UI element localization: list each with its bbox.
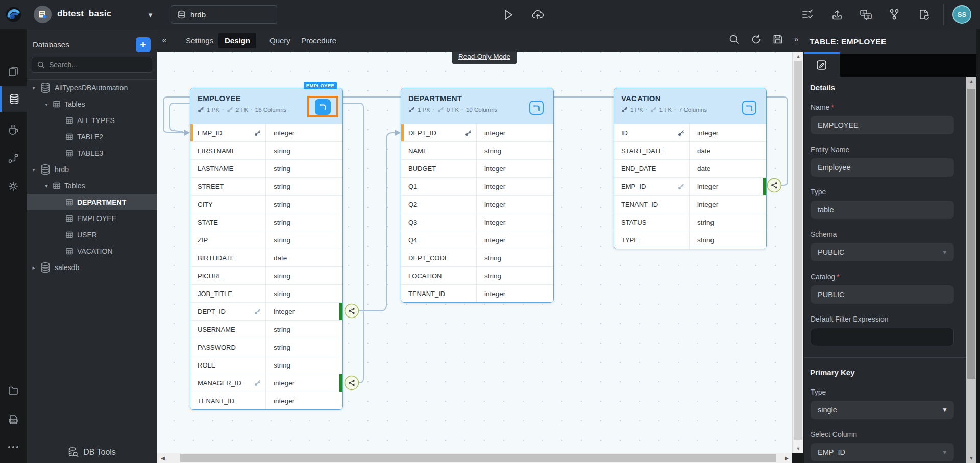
rail-item-log[interactable]: LOG [0,407,27,432]
column-row-dept_code[interactable]: DEPT_CODEstring [401,249,553,266]
translate-icon[interactable]: A 文 [859,8,873,22]
tree-item-all-types[interactable]: ALL TYPES [27,112,157,129]
column-row-zip[interactable]: ZIPstring [190,231,342,249]
collapse-sidebar-icon[interactable]: « [158,34,170,47]
run-icon[interactable] [501,8,516,22]
workspace-avatar[interactable] [34,6,52,23]
rail-item-more[interactable] [0,434,27,460]
rail-item-pages[interactable] [0,59,27,84]
column-row-q2[interactable]: Q2integer [401,195,553,213]
tree-item-vacation[interactable]: VACATION [27,243,157,259]
rail-item-folder[interactable] [0,378,27,403]
tab-query[interactable]: Query [263,33,297,48]
column-row-password[interactable]: PASSWORDstring [190,338,342,356]
select-column-select[interactable]: EMP_ID▼ [811,443,954,461]
column-row-budget[interactable]: BUDGETinteger [401,159,553,177]
type-select[interactable]: single▼ [811,401,954,419]
checklist-icon[interactable] [800,8,815,22]
vertical-scroll-thumb[interactable] [794,61,802,440]
tree-item-table3[interactable]: TABLE3 [27,145,157,161]
column-row-firstname[interactable]: FIRSTNAMEstring [190,141,342,159]
cloud-upload-icon[interactable] [531,8,545,22]
relations-button[interactable] [529,101,544,115]
type-input[interactable]: table [811,201,954,219]
rail-item-flow[interactable] [0,145,27,171]
column-row-role[interactable]: ROLEstring [190,356,342,374]
column-row-name[interactable]: NAMEstring [401,141,553,159]
panel-scroll-up-icon[interactable]: ▲ [966,78,976,85]
canvas-horizontal-scrollbar[interactable]: ◀ ▶ [157,453,792,463]
column-row-emp_id[interactable]: EMP_IDinteger [614,177,766,195]
column-row-emp_id[interactable]: EMP_IDinteger [190,124,342,141]
tree-item-table2[interactable]: TABLE2 [27,129,157,145]
scroll-left-icon[interactable]: ◀ [158,453,167,463]
column-row-username[interactable]: USERNAMEstring [190,320,342,338]
table-card-header[interactable]: VACATION1 PK·1 FK·7 Columns [614,88,766,124]
table-card-employee[interactable]: EMPLOYEEEMPLOYEE1 PK·2 FK·16 ColumnsEMP_… [190,88,343,410]
panel-scrollbar[interactable]: ▲ ▼ [966,77,976,463]
tree-item-user[interactable]: USER [27,227,157,243]
add-database-button[interactable]: + [136,37,151,52]
app-logo-icon[interactable] [5,6,22,23]
rail-item-gear[interactable] [0,174,27,199]
tree-item-department[interactable]: DEPARTMENT [27,194,157,210]
relations-button[interactable] [315,99,331,115]
panel-scroll-thumb[interactable] [967,89,975,379]
column-row-tenant_id[interactable]: TENANT_IDinteger [190,392,342,409]
column-row-q4[interactable]: Q4integer [401,231,553,249]
column-row-lastname[interactable]: LASTNAMEstring [190,159,342,177]
column-row-type[interactable]: TYPEstring [614,231,766,249]
scroll-right-icon[interactable]: ▶ [782,453,791,463]
refresh-icon[interactable] [751,34,762,45]
default-filter-expression-input[interactable] [811,328,954,346]
column-row-city[interactable]: CITYstring [190,195,342,213]
rail-item-database[interactable] [0,86,27,112]
diagram-search-icon[interactable] [729,34,740,45]
column-row-dept_id[interactable]: DEPT_IDinteger [190,302,342,320]
column-row-status[interactable]: STATUSstring [614,213,766,231]
column-row-q3[interactable]: Q3integer [401,213,553,231]
expand-panel-icon[interactable]: » [794,35,798,45]
name-input[interactable]: EMPLOYEE [811,116,954,134]
column-row-start_date[interactable]: START_DATEdate [614,141,766,159]
column-row-street[interactable]: STREETstring [190,177,342,195]
tree-item-tables[interactable]: ▾Tables [27,96,157,112]
tab-settings[interactable]: Settings [180,33,219,48]
table-card-header[interactable]: EMPLOYEEEMPLOYEE1 PK·2 FK·16 Columns [190,88,342,124]
column-row-q1[interactable]: Q1integer [401,177,553,195]
column-row-end_date[interactable]: END_DATEdate [614,159,766,177]
column-row-tenant_id[interactable]: TENANT_IDinteger [614,195,766,213]
tab-design[interactable]: Design [218,33,256,48]
column-row-birthdate[interactable]: BIRTHDATEdate [190,249,342,266]
tree-chevron-icon[interactable]: ▾ [31,85,37,91]
tab-edit-table[interactable] [804,54,840,77]
db-tools-button[interactable]: DB Tools [27,444,157,461]
column-row-state[interactable]: STATEstring [190,213,342,231]
catalog-input[interactable]: PUBLIC [811,285,954,304]
rail-item-coffee[interactable] [0,117,27,142]
table-card-vacation[interactable]: VACATION1 PK·1 FK·7 ColumnsIDintegerSTAR… [614,88,767,249]
tree-chevron-icon[interactable]: ▾ [43,183,50,189]
scroll-down-icon[interactable]: ▼ [793,445,804,453]
horizontal-scroll-thumb[interactable] [180,454,776,462]
column-row-id[interactable]: IDinteger [614,124,766,141]
column-row-location[interactable]: LOCATIONstring [401,266,553,284]
column-row-tenant_id[interactable]: TENANT_IDinteger [401,284,553,302]
tree-item-hrdb[interactable]: ▾hrdb [27,161,157,178]
schema-select[interactable]: PUBLIC▼ [811,243,954,261]
workspace-name[interactable]: dbtest_basic [57,9,111,19]
search-input[interactable] [49,61,141,69]
tree-chevron-icon[interactable]: ▸ [31,265,37,271]
table-card-department[interactable]: DEPARTMENT1 PK·0 FK·10 ColumnsDEPT_IDint… [401,88,554,303]
doc-sync-icon[interactable] [917,8,931,22]
table-card-header[interactable]: DEPARTMENT1 PK·0 FK·10 Columns [401,88,553,124]
entity-name-input[interactable]: Employee [811,158,954,177]
panel-scroll-down-icon[interactable]: ▼ [966,455,976,462]
save-icon[interactable] [773,34,783,45]
deploy-icon[interactable] [830,8,844,22]
share-icon[interactable] [887,8,901,22]
workspace-chevron-down-icon[interactable]: ▼ [147,11,154,19]
scroll-up-icon[interactable]: ▲ [793,52,804,60]
column-row-job_title[interactable]: JOB_TITLEstring [190,284,342,302]
column-row-dept_id[interactable]: DEPT_IDinteger [401,124,553,141]
